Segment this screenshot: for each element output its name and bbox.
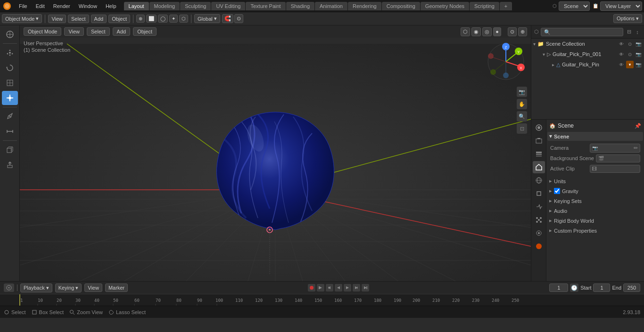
tab-compositing[interactable]: Compositing <box>382 2 420 10</box>
current-frame-input[interactable]: 1 <box>549 283 568 292</box>
pick-view[interactable]: 👁 <box>618 61 625 68</box>
add-menu[interactable]: Add <box>91 15 107 23</box>
viewport-scene[interactable] <box>20 38 531 281</box>
add-cube-tool-btn[interactable] <box>2 143 18 157</box>
tab-layout[interactable]: Layout <box>124 2 149 10</box>
transform-space-dropdown[interactable]: Global ▾ <box>194 14 220 23</box>
step-fwd-btn[interactable] <box>353 284 360 292</box>
props-tab-object[interactable] <box>533 187 545 200</box>
jump-end-btn[interactable] <box>362 284 369 292</box>
keying-sets-header[interactable]: ▸ Keying Sets <box>547 196 643 205</box>
add-menu-btn[interactable]: Add <box>113 27 131 36</box>
scene-collection-expand[interactable]: ▾ <box>533 41 536 47</box>
viewport-shading-rendered[interactable]: ● <box>493 27 501 36</box>
extrude-tool-btn[interactable] <box>2 158 18 172</box>
zoom-tool-btn[interactable]: 🔍 <box>517 111 527 121</box>
pick-render[interactable]: 📷 <box>635 61 642 68</box>
scene-restrict-render[interactable]: 📷 <box>635 40 642 48</box>
outliner-search-input[interactable] <box>541 28 623 36</box>
tab-geometry-nodes[interactable]: Geometry Nodes <box>421 2 469 10</box>
timeline-view-dropdown[interactable]: View <box>84 283 102 292</box>
step-back-btn[interactable] <box>326 284 333 292</box>
scene-restrict-select[interactable]: ⊙ <box>626 40 634 48</box>
tab-sculpting[interactable]: Sculpting <box>180 2 211 10</box>
menu-render[interactable]: Render <box>50 2 74 10</box>
props-tab-scene[interactable] <box>533 161 545 173</box>
cursor-icon-btn[interactable]: ⊕ <box>136 15 145 23</box>
props-tab-particles[interactable] <box>533 214 545 226</box>
outliner-row-scene-collection[interactable]: ▾ 📁 Scene Collection 👁 ⊙ 📷 <box>531 39 644 49</box>
proportional-edit-btn[interactable]: ⊙ <box>234 14 243 23</box>
timeline-ruler[interactable]: 1 10 20 30 40 50 60 70 80 90 100 110 120… <box>0 294 644 306</box>
box-select-btn[interactable]: ⬜ <box>146 15 157 23</box>
select-menu[interactable]: Select <box>68 15 89 23</box>
view-menu-btn[interactable]: View <box>64 27 84 36</box>
timeline-mode-btn[interactable] <box>4 283 14 292</box>
start-frame-input[interactable]: 1 <box>593 283 610 292</box>
tab-shading[interactable]: Shading <box>286 2 314 10</box>
scene-selector[interactable]: Scene <box>559 1 590 11</box>
options-btn[interactable]: Options ▾ <box>613 14 642 23</box>
outliner-filter-btn[interactable]: ⊟ <box>625 28 633 36</box>
record-btn[interactable] <box>308 284 315 292</box>
lasso-select-btn[interactable]: ✦ <box>169 15 178 23</box>
guitar-pick-001-expand[interactable]: ▾ <box>543 52 545 57</box>
camera-edit-btn[interactable]: ✏ <box>634 145 638 151</box>
gravity-checkbox[interactable] <box>554 188 560 194</box>
play-fwd-btn[interactable] <box>344 284 351 292</box>
obj-001-select[interactable]: ⊙ <box>626 50 634 58</box>
object-menu-btn[interactable]: Object <box>133 27 157 36</box>
select-menu-btn[interactable]: Select <box>87 27 110 36</box>
hand-tool-btn[interactable]: ✋ <box>517 99 527 109</box>
scene-section-header[interactable]: ▾ Scene <box>547 132 643 141</box>
viewport[interactable]: Object Mode View Select Add Object ⬡ ◉ ◎… <box>20 25 531 281</box>
menu-edit[interactable]: Edit <box>32 2 49 10</box>
rigid-body-header[interactable]: ▸ Rigid Body World <box>547 216 643 225</box>
tab-animation[interactable]: Animation <box>315 2 347 10</box>
camera-align-btn[interactable]: ⊡ <box>517 123 527 134</box>
obj-001-view[interactable]: 👁 <box>618 50 625 58</box>
viewport-shading-material[interactable]: ◎ <box>482 27 492 36</box>
props-tab-render[interactable] <box>533 121 545 134</box>
scale-tool-btn[interactable] <box>2 76 18 90</box>
playback-dropdown[interactable]: Playback ▾ <box>20 283 52 292</box>
props-pin-btn[interactable]: 📌 <box>635 123 641 129</box>
viewport-overlay-btn[interactable]: ⊙ <box>508 27 517 36</box>
play-back-btn[interactable] <box>335 284 342 292</box>
tab-add[interactable]: + <box>500 2 512 10</box>
menu-help[interactable]: Help <box>102 2 120 10</box>
view-menu[interactable]: View <box>48 15 66 23</box>
circle-select-btn[interactable]: ◯ <box>158 15 168 23</box>
props-tab-modifiers[interactable] <box>533 201 545 213</box>
camera-view-btn[interactable]: 📷 <box>517 87 527 97</box>
jump-start-btn[interactable] <box>317 284 324 292</box>
props-tab-physics[interactable] <box>533 227 545 239</box>
props-tab-view-layer[interactable] <box>533 148 545 160</box>
scene-restrict-view[interactable]: 👁 <box>618 40 625 48</box>
view-layer-selector[interactable]: View Layer <box>600 1 642 11</box>
frame-clock-btn[interactable]: 🕐 <box>570 283 578 292</box>
object-menu[interactable]: Object <box>108 15 130 23</box>
snap-btn[interactable]: 🧲 <box>222 14 233 23</box>
x-axis-btn[interactable]: ⬡ <box>179 15 188 23</box>
props-tab-world[interactable] <box>533 174 545 186</box>
obj-001-render[interactable]: 📷 <box>635 50 642 58</box>
camera-field[interactable]: 📷 ✏ <box>590 144 640 153</box>
viewport-shading-solid[interactable]: ◉ <box>471 27 481 36</box>
viewport-mode-dropdown[interactable]: Object Mode <box>24 27 61 36</box>
tab-modeling[interactable]: Modeling <box>149 2 180 10</box>
annotate-tool-btn[interactable] <box>2 109 18 123</box>
cursor-tool-btn[interactable] <box>2 27 18 41</box>
tab-uv-editing[interactable]: UV Editing <box>211 2 245 10</box>
viewport-shading-wire[interactable]: ⬡ <box>461 27 470 36</box>
end-frame-input[interactable]: 250 <box>623 283 640 292</box>
custom-props-header[interactable]: ▸ Custom Properties <box>547 226 643 235</box>
tab-scripting[interactable]: Scripting <box>470 2 499 10</box>
outliner-sync-btn[interactable]: ↕ <box>634 28 641 36</box>
gravity-section-header[interactable]: ▸ Gravity <box>547 186 643 195</box>
props-tab-material[interactable] <box>533 240 545 252</box>
rotate-tool-btn[interactable] <box>2 61 18 75</box>
viewport-gizmo-btn[interactable]: ⊕ <box>518 27 527 36</box>
keying-dropdown[interactable]: Keying ▾ <box>55 283 82 292</box>
background-scene-field[interactable]: 🎬 <box>596 154 640 162</box>
